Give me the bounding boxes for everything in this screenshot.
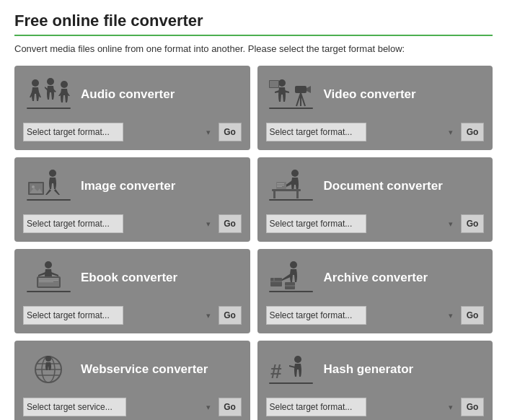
- card-footer-document: Select target format... Go: [266, 214, 485, 233]
- svg-point-18: [291, 170, 299, 177]
- select-wrapper-document: Select target format...: [266, 214, 457, 233]
- card-header-audio: Audio converter: [23, 74, 242, 114]
- svg-rect-11: [270, 81, 278, 87]
- icon-ebook: [23, 258, 74, 297]
- svg-point-0: [32, 79, 39, 87]
- svg-rect-37: [273, 278, 275, 281]
- card-archive: Archive converter Select target format..…: [257, 249, 493, 333]
- card-header-ebook: Ebook converter: [23, 258, 242, 297]
- card-ebook: Ebook converter Select target format... …: [14, 249, 250, 333]
- select-image[interactable]: Select target format...: [23, 214, 123, 233]
- card-title-video: Video converter: [324, 87, 416, 102]
- icon-document: [266, 166, 317, 206]
- svg-rect-32: [39, 281, 53, 282]
- svg-rect-23: [277, 183, 284, 184]
- svg-rect-26: [269, 199, 313, 201]
- card-header-image: Image converter: [23, 166, 242, 206]
- card-title-image: Image converter: [81, 179, 175, 193]
- svg-rect-3: [27, 108, 71, 109]
- card-audio: Audio converter Select target format... …: [14, 66, 250, 150]
- title-underline: [14, 35, 493, 36]
- select-wrapper-image: Select target format...: [23, 214, 214, 233]
- subtitle: Convert media files online from one form…: [14, 43, 493, 54]
- converter-grid: Audio converter Select target format... …: [14, 66, 493, 420]
- go-button-video[interactable]: Go: [461, 123, 484, 141]
- select-ebook[interactable]: Select target format...: [23, 306, 123, 325]
- svg-text:#: #: [270, 360, 282, 382]
- svg-rect-24: [277, 185, 284, 185]
- select-archive[interactable]: Select target format...: [266, 306, 366, 325]
- go-button-image[interactable]: Go: [219, 214, 242, 233]
- card-footer-audio: Select target format... Go: [23, 123, 242, 141]
- card-footer-webservice: Select target service... Go: [23, 398, 242, 416]
- go-button-webservice[interactable]: Go: [219, 398, 242, 416]
- svg-rect-19: [272, 189, 301, 191]
- select-wrapper-video: Select target format...: [266, 123, 457, 141]
- svg-rect-21: [296, 191, 299, 198]
- select-video[interactable]: Select target format...: [266, 123, 366, 141]
- select-wrapper-webservice: Select target service...: [23, 398, 214, 416]
- card-footer-hash: Select target format... Go: [266, 398, 485, 416]
- svg-point-13: [49, 170, 56, 177]
- icon-webservice: [23, 349, 74, 389]
- card-title-ebook: Ebook converter: [81, 271, 177, 285]
- icon-archive: [266, 258, 317, 297]
- svg-point-47: [294, 356, 301, 363]
- card-footer-video: Select target format... Go: [266, 123, 485, 141]
- card-title-archive: Archive converter: [324, 271, 428, 285]
- card-hash: # Hash generator Select target format...…: [257, 341, 493, 420]
- card-header-webservice: Webservice converter: [23, 349, 242, 389]
- go-button-document[interactable]: Go: [461, 214, 484, 233]
- icon-image: [23, 166, 74, 206]
- card-footer-archive: Select target format... Go: [266, 306, 485, 325]
- icon-audio: [23, 74, 74, 114]
- go-button-archive[interactable]: Go: [461, 306, 484, 325]
- svg-point-46: [45, 356, 51, 362]
- svg-marker-6: [307, 86, 311, 93]
- page-title: Free online file converter: [14, 12, 493, 30]
- card-video: Video converter Select target format... …: [257, 66, 493, 150]
- select-wrapper-archive: Select target format...: [266, 306, 457, 325]
- svg-rect-30: [39, 279, 58, 279]
- svg-point-2: [61, 81, 68, 88]
- card-title-document: Document converter: [324, 179, 443, 193]
- svg-point-16: [32, 185, 35, 188]
- icon-video: [266, 74, 317, 114]
- card-footer-ebook: Select target format... Go: [23, 306, 242, 325]
- card-header-archive: Archive converter: [266, 258, 485, 297]
- svg-point-1: [47, 78, 54, 85]
- svg-point-27: [45, 261, 52, 268]
- card-title-hash: Hash generator: [324, 362, 414, 377]
- select-wrapper-hash: Select target format...: [266, 398, 457, 416]
- select-webservice[interactable]: Select target service...: [23, 398, 126, 416]
- svg-rect-31: [39, 280, 58, 281]
- go-button-hash[interactable]: Go: [461, 398, 484, 416]
- card-header-video: Video converter: [266, 74, 485, 114]
- svg-rect-49: [269, 382, 313, 384]
- go-button-ebook[interactable]: Go: [219, 306, 242, 325]
- select-hash[interactable]: Select target format...: [266, 398, 366, 416]
- card-document: Document converter Select target format.…: [257, 157, 493, 242]
- svg-rect-33: [27, 291, 71, 292]
- card-header-document: Document converter: [266, 166, 485, 206]
- svg-rect-20: [273, 191, 275, 198]
- svg-point-4: [278, 79, 286, 87]
- svg-rect-17: [27, 199, 71, 201]
- card-header-hash: # Hash generator: [266, 349, 485, 389]
- svg-rect-5: [295, 86, 307, 93]
- svg-rect-25: [277, 186, 282, 187]
- card-footer-image: Select target format... Go: [23, 214, 242, 233]
- select-document[interactable]: Select target format...: [266, 214, 366, 233]
- select-wrapper-ebook: Select target format...: [23, 306, 214, 325]
- select-audio[interactable]: Select target format...: [23, 123, 123, 141]
- card-title-audio: Audio converter: [81, 87, 175, 102]
- svg-point-34: [290, 261, 297, 268]
- icon-hash: #: [266, 349, 317, 389]
- svg-rect-40: [269, 291, 313, 292]
- svg-rect-12: [269, 108, 313, 109]
- go-button-audio[interactable]: Go: [219, 123, 242, 141]
- svg-rect-39: [285, 285, 295, 286]
- card-webservice: Webservice converter Select target servi…: [14, 341, 250, 420]
- svg-rect-36: [270, 281, 282, 282]
- card-title-webservice: Webservice converter: [81, 362, 208, 377]
